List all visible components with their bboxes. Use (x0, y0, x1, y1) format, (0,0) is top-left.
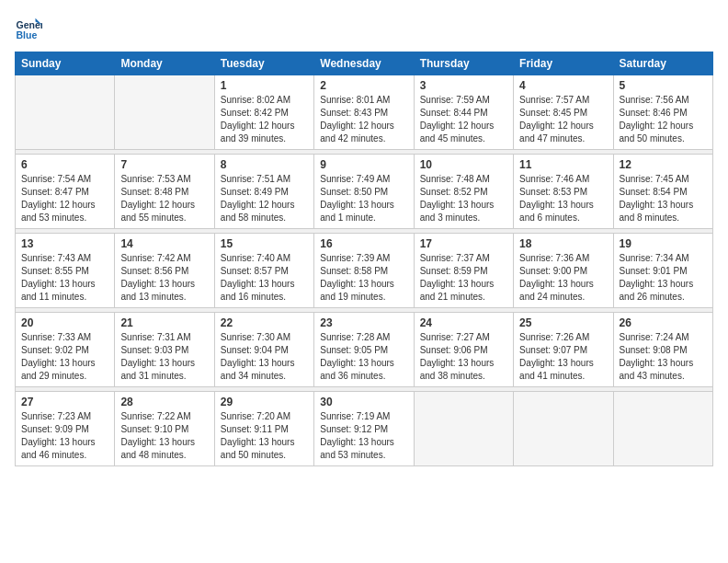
day-number: 3 (420, 79, 507, 92)
day-info: Sunrise: 7:27 AM Sunset: 9:06 PM Dayligh… (420, 331, 507, 383)
calendar-cell: 23Sunrise: 7:28 AM Sunset: 9:05 PM Dayli… (314, 313, 414, 387)
calendar-cell: 7Sunrise: 7:53 AM Sunset: 8:48 PM Daylig… (115, 155, 214, 229)
calendar-cell: 25Sunrise: 7:26 AM Sunset: 9:07 PM Dayli… (514, 313, 613, 387)
day-info: Sunrise: 7:57 AM Sunset: 8:45 PM Dayligh… (519, 94, 607, 145)
day-number: 28 (120, 396, 208, 408)
calendar-cell (414, 392, 513, 466)
calendar-day-header: Sunday (16, 52, 115, 75)
day-number: 5 (620, 79, 707, 92)
day-number: 20 (21, 316, 108, 329)
calendar-cell: 20Sunrise: 7:33 AM Sunset: 9:02 PM Dayli… (16, 313, 115, 387)
calendar-day-header: Thursday (414, 52, 513, 75)
day-info: Sunrise: 7:53 AM Sunset: 8:48 PM Dayligh… (120, 173, 208, 224)
calendar-day-header: Saturday (613, 52, 712, 75)
calendar-cell: 13Sunrise: 7:43 AM Sunset: 8:55 PM Dayli… (16, 234, 115, 308)
day-info: Sunrise: 7:20 AM Sunset: 9:11 PM Dayligh… (221, 410, 308, 462)
calendar-week-row: 13Sunrise: 7:43 AM Sunset: 8:55 PM Dayli… (16, 234, 713, 308)
day-info: Sunrise: 7:39 AM Sunset: 8:58 PM Dayligh… (320, 252, 407, 304)
calendar-week-row: 1Sunrise: 8:02 AM Sunset: 8:42 PM Daylig… (16, 75, 713, 150)
calendar-day-header: Monday (115, 52, 214, 75)
calendar-table: SundayMondayTuesdayWednesdayThursdayFrid… (15, 52, 713, 466)
day-info: Sunrise: 7:51 AM Sunset: 8:49 PM Dayligh… (221, 173, 308, 224)
calendar-cell: 22Sunrise: 7:30 AM Sunset: 9:04 PM Dayli… (214, 313, 313, 387)
day-number: 25 (519, 316, 607, 329)
day-info: Sunrise: 8:02 AM Sunset: 8:42 PM Dayligh… (221, 94, 308, 145)
calendar-cell (514, 392, 613, 466)
calendar-cell: 19Sunrise: 7:34 AM Sunset: 9:01 PM Dayli… (613, 234, 712, 308)
calendar-cell: 2Sunrise: 8:01 AM Sunset: 8:43 PM Daylig… (314, 75, 414, 150)
day-info: Sunrise: 7:31 AM Sunset: 9:03 PM Dayligh… (120, 331, 208, 383)
calendar-cell: 3Sunrise: 7:59 AM Sunset: 8:44 PM Daylig… (414, 75, 513, 150)
calendar-cell: 17Sunrise: 7:37 AM Sunset: 8:59 PM Dayli… (414, 234, 513, 308)
day-number: 11 (519, 158, 607, 171)
day-info: Sunrise: 7:49 AM Sunset: 8:50 PM Dayligh… (320, 173, 407, 224)
calendar-header-row: SundayMondayTuesdayWednesdayThursdayFrid… (16, 52, 713, 75)
day-number: 30 (320, 396, 407, 408)
calendar-cell: 18Sunrise: 7:36 AM Sunset: 9:00 PM Dayli… (514, 234, 613, 308)
calendar-cell: 24Sunrise: 7:27 AM Sunset: 9:06 PM Dayli… (414, 313, 513, 387)
day-info: Sunrise: 7:59 AM Sunset: 8:44 PM Dayligh… (420, 94, 507, 145)
day-number: 4 (519, 79, 607, 92)
day-info: Sunrise: 7:56 AM Sunset: 8:46 PM Dayligh… (620, 94, 707, 145)
day-number: 26 (620, 316, 707, 329)
calendar-cell: 10Sunrise: 7:48 AM Sunset: 8:52 PM Dayli… (414, 155, 513, 229)
day-info: Sunrise: 7:40 AM Sunset: 8:57 PM Dayligh… (221, 252, 308, 304)
logo: General Blue (15, 15, 44, 42)
day-number: 8 (221, 158, 308, 171)
calendar-cell: 16Sunrise: 7:39 AM Sunset: 8:58 PM Dayli… (314, 234, 414, 308)
day-number: 18 (519, 237, 607, 250)
page-header: General Blue (15, 15, 713, 42)
calendar-cell: 26Sunrise: 7:24 AM Sunset: 9:08 PM Dayli… (613, 313, 712, 387)
calendar-cell: 6Sunrise: 7:54 AM Sunset: 8:47 PM Daylig… (16, 155, 115, 229)
calendar-cell: 5Sunrise: 7:56 AM Sunset: 8:46 PM Daylig… (613, 75, 712, 150)
svg-text:Blue: Blue (17, 29, 38, 40)
calendar-cell: 30Sunrise: 7:19 AM Sunset: 9:12 PM Dayli… (314, 392, 414, 466)
day-number: 10 (420, 158, 507, 171)
day-number: 19 (620, 237, 707, 250)
calendar-cell: 8Sunrise: 7:51 AM Sunset: 8:49 PM Daylig… (214, 155, 313, 229)
day-number: 14 (120, 237, 208, 250)
day-info: Sunrise: 7:34 AM Sunset: 9:01 PM Dayligh… (620, 252, 707, 304)
calendar-cell: 14Sunrise: 7:42 AM Sunset: 8:56 PM Dayli… (115, 234, 214, 308)
day-info: Sunrise: 7:26 AM Sunset: 9:07 PM Dayligh… (519, 331, 607, 383)
day-number: 16 (320, 237, 407, 250)
day-info: Sunrise: 7:36 AM Sunset: 9:00 PM Dayligh… (519, 252, 607, 304)
day-number: 21 (120, 316, 208, 329)
day-info: Sunrise: 7:23 AM Sunset: 9:09 PM Dayligh… (21, 410, 108, 462)
calendar-day-header: Friday (514, 52, 613, 75)
day-number: 1 (221, 79, 308, 92)
day-number: 23 (320, 316, 407, 329)
calendar-day-header: Wednesday (314, 52, 414, 75)
day-number: 12 (620, 158, 707, 171)
day-number: 13 (21, 237, 108, 250)
day-info: Sunrise: 7:45 AM Sunset: 8:54 PM Dayligh… (620, 173, 707, 224)
day-number: 24 (420, 316, 507, 329)
day-number: 2 (320, 79, 407, 92)
day-number: 6 (21, 158, 108, 171)
day-info: Sunrise: 7:42 AM Sunset: 8:56 PM Dayligh… (120, 252, 208, 304)
day-info: Sunrise: 7:24 AM Sunset: 9:08 PM Dayligh… (620, 331, 707, 383)
day-number: 27 (21, 396, 108, 408)
day-info: Sunrise: 7:22 AM Sunset: 9:10 PM Dayligh… (120, 410, 208, 462)
calendar-cell: 4Sunrise: 7:57 AM Sunset: 8:45 PM Daylig… (514, 75, 613, 150)
logo-icon: General Blue (15, 15, 42, 42)
calendar-cell: 11Sunrise: 7:46 AM Sunset: 8:53 PM Dayli… (514, 155, 613, 229)
day-number: 7 (120, 158, 208, 171)
day-info: Sunrise: 7:19 AM Sunset: 9:12 PM Dayligh… (320, 410, 407, 462)
calendar-cell: 1Sunrise: 8:02 AM Sunset: 8:42 PM Daylig… (214, 75, 313, 150)
day-info: Sunrise: 7:28 AM Sunset: 9:05 PM Dayligh… (320, 331, 407, 383)
calendar-day-header: Tuesday (214, 52, 313, 75)
day-number: 9 (320, 158, 407, 171)
day-info: Sunrise: 7:37 AM Sunset: 8:59 PM Dayligh… (420, 252, 507, 304)
day-info: Sunrise: 7:43 AM Sunset: 8:55 PM Dayligh… (21, 252, 108, 304)
calendar-week-row: 27Sunrise: 7:23 AM Sunset: 9:09 PM Dayli… (16, 392, 713, 466)
calendar-cell: 27Sunrise: 7:23 AM Sunset: 9:09 PM Dayli… (16, 392, 115, 466)
day-number: 22 (221, 316, 308, 329)
calendar-week-row: 6Sunrise: 7:54 AM Sunset: 8:47 PM Daylig… (16, 155, 713, 229)
calendar-cell: 21Sunrise: 7:31 AM Sunset: 9:03 PM Dayli… (115, 313, 214, 387)
day-info: Sunrise: 7:33 AM Sunset: 9:02 PM Dayligh… (21, 331, 108, 383)
calendar-week-row: 20Sunrise: 7:33 AM Sunset: 9:02 PM Dayli… (16, 313, 713, 387)
calendar-cell (16, 75, 115, 150)
day-info: Sunrise: 7:30 AM Sunset: 9:04 PM Dayligh… (221, 331, 308, 383)
day-info: Sunrise: 7:48 AM Sunset: 8:52 PM Dayligh… (420, 173, 507, 224)
